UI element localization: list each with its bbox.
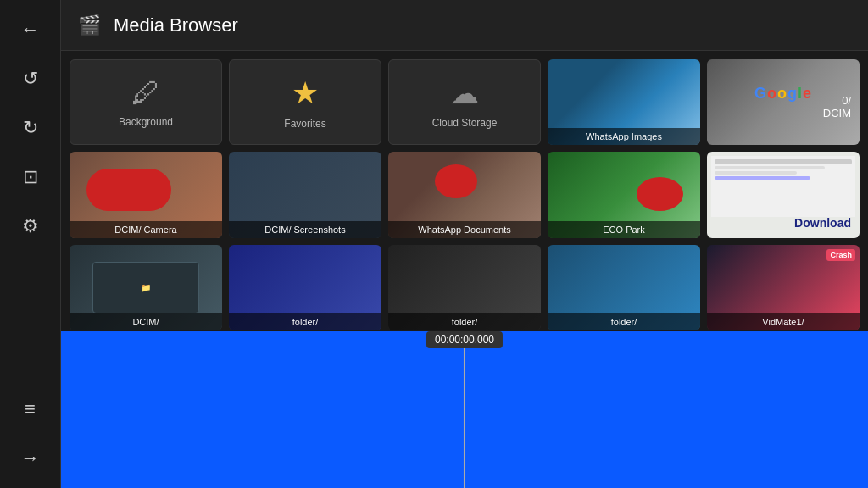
add-icon: → — [21, 447, 40, 469]
redo-button[interactable]: ↻ — [9, 107, 52, 149]
grid-container: 🖊 Background ★ Favorites ☁ Cloud Storage… — [70, 59, 860, 330]
screenshots-label: DCIM/ Screenshots — [229, 221, 381, 238]
vidmate-label: VidMate1/ — [707, 313, 860, 330]
whatsapp-documents-label: WhatsApp Documents — [388, 221, 541, 238]
layers-button[interactable]: ≡ — [9, 388, 52, 430]
whatsapp-images-label: WhatsApp Images — [548, 128, 700, 145]
sidebar: ← ↺ ↻ ⊡ ⚙ ≡ → — [0, 0, 61, 488]
folder-camera[interactable]: DCIM/ Camera — [70, 152, 222, 237]
folder-2[interactable]: folder/ — [388, 245, 541, 330]
cloud-storage-icon: ☁ — [450, 76, 479, 110]
main-panel: 🎬 Media Browser 🖊 Background ★ Favorites… — [61, 0, 868, 488]
timeline-playhead — [464, 348, 465, 488]
back-button[interactable]: ← — [9, 8, 52, 51]
folder-whatsapp-documents[interactable]: WhatsApp Documents — [388, 152, 541, 237]
download-label: Download — [794, 216, 851, 230]
undo-button[interactable]: ↺ — [9, 58, 52, 100]
folder-cloud-storage[interactable]: ☁ Cloud Storage — [388, 59, 541, 145]
settings-icon: ⚙ — [22, 215, 39, 237]
folder-dcim[interactable]: Google 0/DCIM — [707, 59, 860, 145]
folder-eco-park[interactable]: ECO Park — [548, 152, 700, 237]
favorites-folder-icon: ★ — [292, 75, 319, 111]
header: 🎬 Media Browser — [61, 0, 868, 51]
media-browser-icon: 🎬 — [78, 14, 101, 36]
google-text: Google — [754, 85, 812, 103]
camera-label: DCIM/ Camera — [70, 221, 222, 238]
dcim-label: 0/DCIM — [823, 94, 851, 119]
folder-download[interactable]: Download — [707, 152, 860, 237]
folder-background[interactable]: 🖊 Background — [70, 59, 222, 145]
background-folder-icon: 🖊 — [131, 76, 160, 109]
settings-button[interactable]: ⚙ — [9, 205, 52, 247]
folder3-label: folder/ — [548, 313, 700, 330]
favorites-label: Favorites — [284, 118, 326, 130]
background-label: Background — [119, 116, 173, 128]
folder-1[interactable]: folder/ — [229, 245, 381, 330]
cloud-storage-label: Cloud Storage — [432, 117, 498, 129]
folder-screenshots[interactable]: DCIM/ Screenshots — [229, 152, 381, 237]
timeline-marker: 00:00:00.000 — [426, 331, 503, 488]
folder-whatsapp-images[interactable]: WhatsApp Images — [548, 59, 700, 145]
timecode: 00:00:00.000 — [426, 331, 503, 348]
crop-icon: ⊡ — [23, 166, 38, 188]
timeline: 00:00:00.000 — [61, 331, 868, 488]
redo-icon: ↻ — [23, 117, 38, 139]
folder-3[interactable]: folder/ — [548, 245, 700, 330]
crop-button[interactable]: ⊡ — [9, 156, 52, 198]
folder-favorites[interactable]: ★ Favorites — [229, 59, 381, 145]
folder-dcim2[interactable]: 📁 DCIM/ — [70, 245, 222, 330]
eco-park-label: ECO Park — [548, 221, 700, 238]
add-button[interactable]: → — [9, 437, 52, 480]
media-browser-grid: 🖊 Background ★ Favorites ☁ Cloud Storage… — [61, 51, 868, 331]
dcim2-label: DCIM/ — [70, 313, 222, 330]
folder-vidmate[interactable]: Crash VidMate1/ — [707, 245, 860, 330]
undo-icon: ↺ — [23, 68, 38, 90]
back-icon: ← — [21, 19, 40, 41]
page-title: Media Browser — [114, 14, 238, 36]
layers-icon: ≡ — [25, 398, 36, 420]
folder2-label: folder/ — [388, 313, 541, 330]
folder1-label: folder/ — [229, 313, 381, 330]
